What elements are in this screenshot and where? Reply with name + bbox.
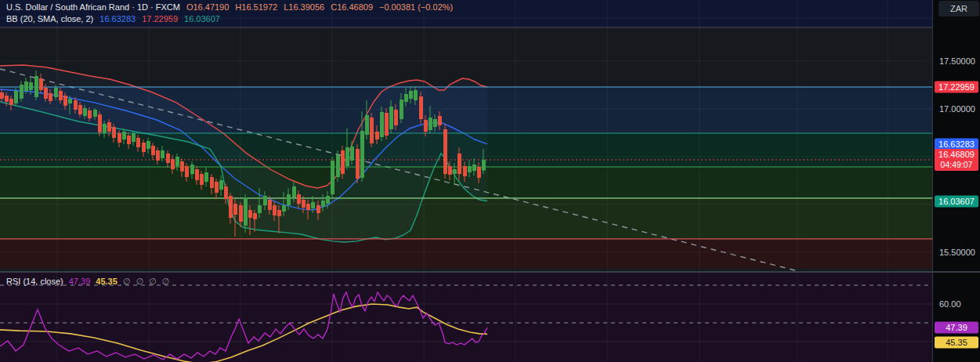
rsi-value-sticker: 47.39 [935,322,978,334]
candle-body [321,201,325,207]
currency-toggle-button[interactable]: ZAR [938,1,979,16]
candle-body [171,159,175,169]
candle-body [448,166,452,175]
candle-body [195,169,199,180]
candle-body [200,174,204,185]
candle-body [98,114,102,132]
candle-body [419,96,423,119]
rsi-hidden-plot-2: ∅ [136,277,143,287]
rsi-axis-tick: 60.00 [939,299,961,309]
candle-body [146,141,150,149]
candle-body [429,118,432,130]
symbol-legend[interactable]: U.S. Dollar / South African Rand · 1D · … [6,2,453,13]
candle-body [389,107,393,129]
candle-body [472,165,476,171]
current-price-sticker: 16.4680904:49:07 [935,149,978,171]
candle-body [482,160,486,171]
candle-body [273,205,277,215]
candle-body [151,146,155,155]
bollinger-legend[interactable]: BB (20, SMA, close, 2) 16.63283 17.22959… [6,14,220,24]
candle-body [345,147,349,166]
candle-body [229,196,233,218]
candle-body [88,110,92,118]
candle-body [477,167,481,178]
candle-body [306,204,310,210]
candle-body [365,115,369,135]
candle-body [59,91,63,100]
candle-body [424,120,428,132]
candle-body [39,78,43,90]
candle-body [457,154,461,174]
candle-body [341,150,345,174]
price-change: −0.00381 (−0.02%) [379,2,453,13]
rsi-hidden-plot-1: ∅ [123,277,131,287]
candle-body [34,76,38,97]
price-axis[interactable]: 17.5000017.0000015.5000060.0017.2295916.… [932,0,980,362]
candle-body [404,94,408,102]
candle-body [409,91,413,99]
candle-body [9,99,13,105]
candle-body [103,124,107,133]
bb-indicator-label[interactable]: BB (20, SMA, close, 2) [6,14,93,24]
candle-body [24,81,28,91]
ohlc-low: L16.39056 [284,2,324,13]
candle-body [136,138,140,147]
candle-body [5,96,9,102]
rsi-hidden-plot-4: ∅ [162,277,170,287]
candle-body [287,194,291,205]
candle-body [316,205,320,213]
candle-body [380,112,384,137]
price-zone [0,239,932,268]
price-axis-tick: 17.00000 [939,104,975,114]
candle-body [210,177,214,188]
candle-body [453,169,457,174]
candle-body [443,129,447,174]
rsi-indicator-label[interactable]: RSI (14, close) [6,277,63,287]
symbol-title[interactable]: U.S. Dollar / South African Rand · 1D · … [6,2,180,13]
candle-body [185,166,189,177]
chart-canvas[interactable] [0,0,932,362]
candle-body [433,119,437,127]
candle-body [118,133,121,143]
candle-body [394,110,398,125]
candle-body [244,197,248,226]
candle-body [63,96,67,106]
candle-body [180,161,184,172]
rsi-value: 47.39 [69,277,91,287]
price-axis-tick: 15.50000 [939,248,975,257]
candle-body [326,196,330,204]
candle-body [277,210,281,216]
ohlc-open: O16.47190 [186,2,229,13]
candle-body [292,186,296,197]
candle-body [14,91,18,103]
candle-body [54,88,58,97]
candle-body [175,157,179,166]
candle-body [127,136,131,144]
indicator-price-sticker: 17.22959 [935,81,978,92]
candle-body [20,85,24,99]
candle-body [385,113,389,136]
candle-body [302,200,306,208]
ohlc-close: C16.46809 [331,2,373,13]
candle-body [311,202,315,208]
candle-body [463,166,467,176]
candle-body [142,143,146,152]
trading-chart-app: U.S. Dollar / South African Rand · 1D · … [0,0,980,362]
candle-body [239,205,243,222]
ohlc-high: H16.51972 [235,2,277,13]
candle-body [263,196,267,205]
candle-body [336,155,340,177]
bb-basis-value: 16.63283 [99,14,136,24]
candle-body [438,116,442,125]
candle-body [253,213,257,219]
rsi-ma-value: 45.35 [96,277,118,287]
candle-body [282,205,286,212]
bb-lower-value: 16.03607 [184,14,220,24]
candle-body [233,204,237,215]
candle-body [44,88,48,99]
pane-separator[interactable] [0,271,980,273]
candle-body [268,200,272,210]
candle-body [68,99,72,103]
rsi-legend[interactable]: RSI (14, close) 47.39 45.35 ∅ ∅ ∅ ∅ [6,277,169,287]
candle-body [297,194,301,204]
